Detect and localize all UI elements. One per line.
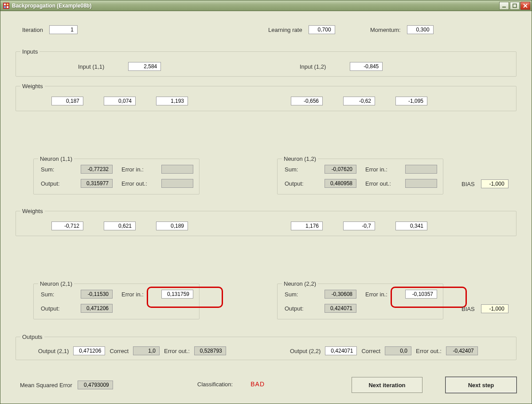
neuron-2-1-group: Neuron (2,1) Sum: -0,11530 Error in.: 0,… bbox=[33, 280, 200, 319]
next-step-button[interactable]: Next step bbox=[446, 377, 516, 393]
weight-1-left-2: 1,193 bbox=[156, 97, 188, 105]
neuron-2-1-output-value: 0,471206 bbox=[81, 304, 113, 313]
weights-1-legend: Weights bbox=[20, 83, 45, 89]
learning-rate-value: 0,700 bbox=[309, 25, 335, 34]
neuron-2-2-errin-value: -0,10357 bbox=[405, 290, 437, 299]
momentum-value: 0,300 bbox=[407, 25, 434, 34]
input-1-2-label: Input (1,2) bbox=[300, 63, 326, 70]
iteration-value: 1 bbox=[49, 25, 78, 34]
neuron-2-1-sum-value: -0,11530 bbox=[81, 290, 113, 299]
neuron-1-1-legend: Neuron (1,1) bbox=[38, 155, 74, 162]
momentum-label: Momentum: bbox=[370, 27, 401, 33]
output-2-1-errout-label: Error out.: bbox=[164, 348, 190, 354]
input-1-2-value: -0,845 bbox=[350, 62, 383, 71]
minimize-button[interactable] bbox=[499, 2, 509, 10]
weight-2-right-1: -0,7 bbox=[343, 221, 375, 230]
close-button[interactable] bbox=[520, 2, 530, 10]
output-2-2-value: 0,424071 bbox=[325, 346, 357, 355]
neuron-2-1-errin-value: 0,131759 bbox=[161, 290, 193, 299]
svg-rect-4 bbox=[7, 6, 8, 8]
neuron-2-2-group: Neuron (2,2) Sum: -0,30608 Error in.: -0… bbox=[277, 280, 443, 319]
neuron-1-2-errout-label: Error out.: bbox=[365, 180, 396, 187]
output-2-1-value: 0,471206 bbox=[73, 346, 105, 355]
neuron-2-1-errin-label: Error in.: bbox=[121, 291, 153, 298]
neuron-2-2-output-value: 0,424071 bbox=[325, 304, 356, 313]
neuron-1-1-errin-value bbox=[161, 165, 193, 174]
neuron-2-2-output-label: Output: bbox=[285, 305, 316, 312]
neuron-2-1-legend: Neuron (2,1) bbox=[38, 280, 74, 287]
svg-rect-5 bbox=[502, 7, 506, 8]
neuron-2-2-sum-label: Sum: bbox=[285, 291, 316, 298]
bias-2-value: -1,000 bbox=[481, 304, 509, 313]
next-iteration-button[interactable]: Next iteration bbox=[352, 377, 422, 393]
window-title: Backpropagation (Example08b) bbox=[12, 3, 91, 9]
weight-2-left-1: 0,621 bbox=[104, 221, 136, 230]
titlebar: Backpropagation (Example08b) bbox=[0, 0, 532, 11]
neuron-1-2-sum-label: Sum: bbox=[285, 166, 316, 173]
output-2-1-errout-value: 0,528793 bbox=[194, 346, 226, 355]
inputs-group: Inputs Input (1,1) 2,584 Input (1,2) -0,… bbox=[16, 48, 516, 77]
neuron-1-1-output-value: 0,315977 bbox=[81, 179, 113, 188]
classification-value: BAD bbox=[250, 381, 265, 388]
neuron-1-2-errin-value bbox=[405, 165, 437, 174]
neuron-2-2-legend: Neuron (2,2) bbox=[282, 280, 318, 287]
neuron-1-2-errout-value bbox=[405, 179, 437, 188]
svg-rect-6 bbox=[513, 4, 516, 8]
neuron-2-1-sum-label: Sum: bbox=[41, 291, 72, 298]
weight-2-right-0: 1,176 bbox=[291, 221, 323, 230]
bias-2-label: BIAS bbox=[462, 306, 475, 312]
neuron-2-2-sum-value: -0,30608 bbox=[325, 290, 356, 299]
svg-rect-2 bbox=[7, 4, 8, 5]
svg-rect-1 bbox=[4, 4, 6, 5]
neuron-1-1-group: Neuron (1,1) Sum: -0,77232 Error in.: Ou… bbox=[33, 155, 200, 194]
inputs-legend: Inputs bbox=[20, 48, 39, 55]
output-2-2-correct-value: 0,0 bbox=[385, 346, 411, 355]
neuron-1-1-errin-label: Error in.: bbox=[121, 166, 153, 173]
learning-rate-label: Learning rate bbox=[268, 27, 302, 33]
weight-1-right-2: -1,095 bbox=[395, 97, 427, 105]
input-1-1-value: 2,584 bbox=[128, 62, 161, 71]
neuron-1-1-output-label: Output: bbox=[41, 180, 72, 187]
classification-label: Classification: bbox=[197, 381, 233, 388]
output-2-1-correct-label: Correct bbox=[110, 348, 129, 354]
neuron-1-1-sum-value: -0,77232 bbox=[81, 165, 113, 174]
neuron-1-2-output-label: Output: bbox=[285, 180, 316, 187]
weight-1-right-1: -0,62 bbox=[343, 97, 375, 105]
neuron-1-2-sum-value: -0,07620 bbox=[325, 165, 356, 174]
weights-group-2: Weights -0,712 0,621 0,189 1,176 -0,7 0,… bbox=[16, 208, 516, 236]
neuron-1-1-errout-label: Error out.: bbox=[121, 180, 153, 187]
bias-1-value: -1,000 bbox=[481, 179, 509, 188]
weight-1-right-0: -0,656 bbox=[291, 97, 323, 105]
outputs-legend: Outputs bbox=[20, 334, 44, 340]
output-2-2-errout-value: -0,42407 bbox=[446, 346, 478, 355]
output-2-1-correct-value: 1,0 bbox=[133, 346, 160, 355]
neuron-1-2-legend: Neuron (1,2) bbox=[282, 155, 318, 162]
outputs-group: Outputs Output (2,1) 0,471206 Correct 1,… bbox=[16, 334, 516, 360]
neuron-1-2-errin-label: Error in.: bbox=[365, 166, 396, 173]
mse-label: Mean Squared Error bbox=[20, 382, 72, 388]
weights-2-legend: Weights bbox=[20, 208, 45, 214]
maximize-button[interactable] bbox=[510, 2, 520, 10]
neuron-1-1-errout-value bbox=[161, 179, 193, 188]
output-2-1-label: Output (2,1) bbox=[38, 348, 69, 354]
output-2-2-label: Output (2,2) bbox=[290, 348, 321, 354]
input-1-1-label: Input (1,1) bbox=[78, 63, 104, 70]
iteration-label: Iteration bbox=[22, 27, 43, 33]
neuron-1-2-output-value: 0,480958 bbox=[325, 179, 356, 188]
weight-1-left-1: 0,074 bbox=[104, 97, 136, 105]
output-2-2-errout-label: Error out.: bbox=[416, 348, 442, 354]
weight-2-left-0: -0,712 bbox=[51, 221, 83, 230]
neuron-2-2-errin-label: Error in.: bbox=[365, 291, 396, 298]
neuron-1-2-group: Neuron (1,2) Sum: -0,07620 Error in.: Ou… bbox=[277, 155, 443, 194]
neuron-2-1-output-label: Output: bbox=[41, 305, 72, 312]
neuron-1-1-sum-label: Sum: bbox=[41, 166, 72, 173]
weight-2-right-2: 0,341 bbox=[395, 221, 427, 230]
weights-group-1: Weights 0,187 0,074 1,193 -0,656 -0,62 -… bbox=[16, 83, 516, 111]
weight-2-left-2: 0,189 bbox=[156, 221, 188, 230]
app-icon bbox=[3, 3, 9, 9]
bias-1-label: BIAS bbox=[462, 181, 475, 187]
mse-value: 0,4793009 bbox=[78, 381, 113, 389]
weight-1-left-0: 0,187 bbox=[51, 97, 83, 105]
svg-rect-3 bbox=[4, 6, 6, 8]
output-2-2-correct-label: Correct bbox=[361, 348, 380, 354]
